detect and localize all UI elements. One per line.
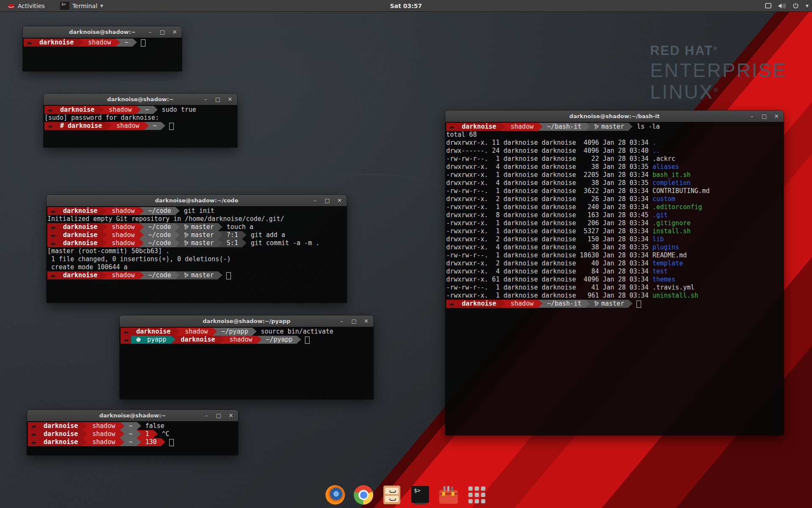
terminal-line: darknoiseshadow~/codemaster bbox=[47, 271, 347, 279]
close-button[interactable]: ✕ bbox=[337, 195, 343, 206]
prompt-segment-user: darknoise bbox=[176, 336, 220, 344]
command-text: git commit -a -m . bbox=[251, 239, 320, 247]
command-text: ^C bbox=[162, 430, 170, 438]
terminal-window[interactable]: darknoise@shadow:~–□✕darknoiseshadow~sud… bbox=[44, 94, 237, 147]
powerline-arrow bbox=[137, 430, 141, 438]
terminal-content[interactable]: darknoiseshadow~/pyappsource bin/activat… bbox=[120, 327, 373, 399]
minimize-button[interactable]: – bbox=[203, 94, 208, 105]
window-title: darknoise@shadow:~ bbox=[107, 96, 173, 102]
firefox-icon[interactable] bbox=[326, 485, 345, 505]
prompt-segment-user: darknoise bbox=[38, 422, 83, 430]
prompt-segment-host: shadow bbox=[224, 336, 257, 344]
terminal-line: 1 file changed, 0 insertions(+), 0 delet… bbox=[47, 255, 347, 263]
brand-red-hat: RED HAT® bbox=[650, 44, 787, 57]
powerline-arrow bbox=[252, 328, 257, 336]
powerline-arrow bbox=[501, 300, 505, 308]
prompt-segment-path: ~ bbox=[141, 106, 153, 114]
powerline-arrow bbox=[137, 422, 141, 430]
window-titlebar[interactable]: darknoise@shadow:~–□✕ bbox=[23, 26, 182, 38]
prompt-segment-host: shadow bbox=[87, 438, 120, 446]
terminal-content[interactable]: darknoiseshadow~/codegit initInitialized… bbox=[47, 206, 347, 303]
app-grid-icon[interactable] bbox=[467, 485, 487, 505]
powerline-arrow bbox=[628, 123, 633, 131]
window-titlebar[interactable]: darknoise@shadow:~/bash-it–□✕ bbox=[445, 110, 784, 122]
maximize-button[interactable]: □ bbox=[216, 410, 222, 421]
redhat-icon bbox=[121, 336, 131, 344]
python-venv-segment: pyapp bbox=[131, 336, 171, 344]
minimize-button[interactable]: – bbox=[339, 315, 345, 327]
redhat-icon bbox=[47, 271, 58, 279]
terminal-line: drwxrwxr-x. 8 darknoise darknoise 163 Ja… bbox=[446, 211, 784, 219]
minimize-button[interactable]: – bbox=[749, 110, 755, 122]
powerline-arrow bbox=[140, 239, 144, 247]
close-button[interactable]: ✕ bbox=[172, 26, 178, 38]
window-titlebar[interactable]: darknoise@shadow:~–□✕ bbox=[27, 410, 238, 422]
prompt-segment-user: darknoise bbox=[58, 271, 102, 279]
terminal-line: darknoiseshadow~/pyappsource bin/activat… bbox=[121, 328, 373, 336]
window-titlebar[interactable]: darknoise@shadow:~/pyapp–□✕ bbox=[120, 315, 373, 327]
terminal-line: darknoiseshadow~/codemastertouch a bbox=[47, 223, 347, 231]
redhat-icon bbox=[47, 239, 58, 247]
terminal-line: [master (root-commit) 50bcb63] . bbox=[47, 247, 347, 255]
prompt-segment-path: ~/pyapp bbox=[262, 336, 297, 344]
activities-label: Activities bbox=[18, 3, 45, 9]
git-branch-segment: master bbox=[590, 300, 628, 308]
rhel-wallpaper-logo: RED HAT® ENTERPRISE LINUX® bbox=[650, 44, 787, 102]
file-manager-icon[interactable] bbox=[382, 485, 402, 505]
terminal-content[interactable]: darknoiseshadow~ bbox=[23, 38, 182, 71]
close-button[interactable]: ✕ bbox=[228, 410, 234, 421]
prompt-segment-gitst: S:1 bbox=[222, 239, 242, 247]
window-titlebar[interactable]: darknoise@shadow:~/code–□✕ bbox=[47, 195, 347, 207]
window-titlebar[interactable]: darknoise@shadow:~–□✕ bbox=[44, 94, 237, 105]
redhat-icon bbox=[446, 300, 457, 308]
prompt-segment-host: shadow bbox=[505, 300, 538, 308]
prompt-segment-host: shadow bbox=[83, 39, 116, 47]
terminal-app-icon: $> bbox=[60, 2, 69, 10]
maximize-button[interactable]: □ bbox=[159, 26, 165, 38]
redhat-icon bbox=[47, 223, 58, 231]
chevron-down-icon: ▼ bbox=[100, 4, 103, 8]
terminal-cursor bbox=[636, 301, 641, 308]
terminal-content[interactable]: darknoiseshadow~/bash-itmasterls -latota… bbox=[445, 122, 784, 435]
maximize-button[interactable]: □ bbox=[324, 195, 330, 206]
terminal-line: Initialized empty Git repository in /hom… bbox=[47, 215, 347, 223]
command-text: sudo true bbox=[162, 106, 196, 114]
system-tray[interactable]: ▼ bbox=[765, 0, 809, 11]
maximize-button[interactable]: □ bbox=[215, 94, 221, 105]
redhat-icon bbox=[28, 430, 38, 438]
redhat-icon bbox=[28, 422, 38, 430]
terminal-window[interactable]: darknoise@shadow:~–□✕darknoiseshadow~fal… bbox=[27, 410, 238, 455]
terminal-line: darknoiseshadow~1^C bbox=[28, 430, 238, 438]
maximize-button[interactable]: □ bbox=[761, 110, 767, 122]
terminal-content[interactable]: darknoiseshadow~sudo true[sudo] password… bbox=[44, 105, 237, 147]
toolbox-icon[interactable] bbox=[439, 485, 458, 505]
close-button[interactable]: ✕ bbox=[774, 110, 779, 122]
minimize-button[interactable]: – bbox=[203, 410, 209, 421]
minimize-button[interactable]: – bbox=[147, 26, 153, 38]
git-branch-segment: master bbox=[180, 231, 218, 239]
terminal-window[interactable]: darknoise@shadow:~/code–□✕darknoiseshado… bbox=[47, 195, 347, 303]
close-button[interactable]: ✕ bbox=[227, 94, 233, 105]
app-menu-terminal[interactable]: $> Terminal ▼ bbox=[57, 0, 107, 11]
clock[interactable]: Sat 03:57 bbox=[390, 0, 422, 11]
terminal-content[interactable]: darknoiseshadow~falsedarknoiseshadow~1^C… bbox=[27, 421, 238, 455]
powerline-arrow bbox=[213, 328, 217, 336]
redhat-icon bbox=[47, 207, 58, 215]
terminal-icon[interactable]: $> bbox=[411, 485, 430, 505]
terminal-window[interactable]: darknoise@shadow:~/pyapp–□✕darknoiseshad… bbox=[120, 315, 373, 399]
terminal-window[interactable]: darknoise@shadow:~–□✕darknoiseshadow~ bbox=[23, 26, 182, 71]
prompt-segment-path: ~/bash-it bbox=[543, 300, 585, 308]
maximize-button[interactable]: □ bbox=[351, 315, 357, 327]
powerline-arrow bbox=[154, 106, 158, 114]
terminal-window[interactable]: darknoise@shadow:~/bash-it–□✕darknoisesh… bbox=[445, 110, 784, 435]
command-text: ls -la bbox=[637, 123, 660, 131]
activities-button[interactable]: Activities bbox=[4, 0, 48, 11]
terminal-line: -rw-rw-r--. 1 darknoise darknoise 41 Jan… bbox=[446, 284, 784, 292]
terminal-line: darknoiseshadow~/codemasterS:1git commit… bbox=[47, 239, 347, 247]
git-branch-segment: master bbox=[590, 123, 628, 131]
minimize-button[interactable]: – bbox=[312, 195, 318, 206]
chrome-icon[interactable] bbox=[354, 485, 373, 505]
terminal-line: drwx------. 24 darknoise darknoise 4096 … bbox=[446, 147, 784, 155]
close-button[interactable]: ✕ bbox=[363, 315, 369, 327]
terminal-line: drwxrwxr-x. 4 darknoise darknoise 84 Jan… bbox=[446, 268, 784, 276]
